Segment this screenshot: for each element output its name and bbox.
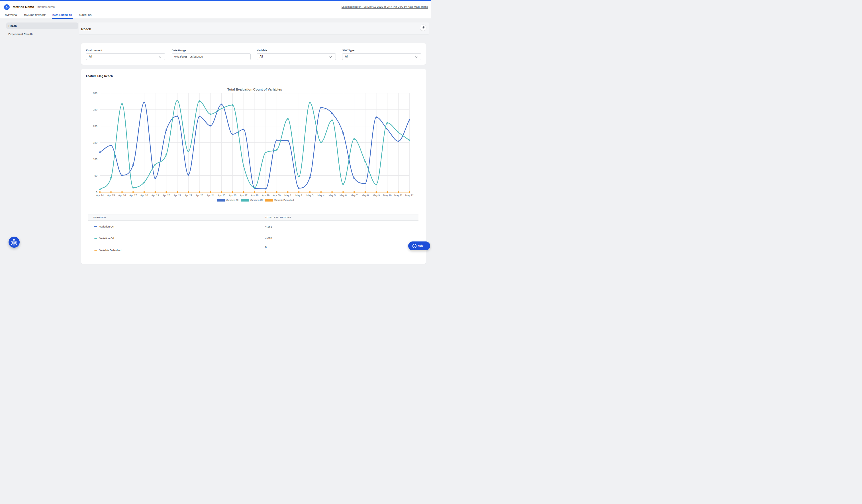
svg-text:Apr 24: Apr 24 [207, 194, 214, 197]
svg-text:May 7: May 7 [350, 194, 357, 197]
svg-text:Apr 26: Apr 26 [229, 194, 236, 197]
svg-text:Apr 23: Apr 23 [195, 194, 203, 197]
svg-text:300: 300 [93, 92, 97, 94]
svg-text:Apr 14: Apr 14 [96, 194, 104, 197]
svg-text:May 12: May 12 [405, 194, 414, 197]
svg-text:Apr 15: Apr 15 [107, 194, 115, 197]
svg-text:Apr 16: Apr 16 [118, 194, 126, 197]
svg-text:50: 50 [94, 174, 97, 177]
svg-text:Apr 18: Apr 18 [140, 194, 148, 197]
svg-text:Apr 21: Apr 21 [173, 194, 181, 197]
svg-text:Apr 22: Apr 22 [184, 194, 192, 197]
svg-text:100: 100 [93, 158, 97, 160]
svg-text:Apr 20: Apr 20 [162, 194, 170, 197]
svg-text:May 5: May 5 [328, 194, 336, 197]
svg-text:Variable Defaulted: Variable Defaulted [274, 198, 294, 201]
svg-text:Apr 25: Apr 25 [218, 194, 225, 197]
svg-text:150: 150 [93, 141, 97, 144]
svg-text:0: 0 [96, 190, 97, 193]
svg-text:May 11: May 11 [394, 194, 403, 197]
svg-text:May 9: May 9 [373, 194, 380, 197]
svg-text:Apr 30: Apr 30 [273, 194, 280, 197]
svg-text:May 6: May 6 [340, 194, 347, 197]
svg-text:Total Evaluation Count of Vari: Total Evaluation Count of Variables [227, 88, 282, 91]
svg-text:Apr 19: Apr 19 [151, 194, 159, 197]
svg-text:Apr 29: Apr 29 [262, 194, 270, 197]
svg-text:May 3: May 3 [306, 194, 313, 197]
svg-text:May 8: May 8 [362, 194, 369, 197]
svg-text:Variation On: Variation On [226, 198, 239, 201]
svg-text:250: 250 [93, 108, 97, 111]
svg-text:200: 200 [93, 125, 97, 128]
svg-text:Variation Off: Variation Off [250, 198, 263, 201]
svg-text:Apr 17: Apr 17 [129, 194, 137, 197]
svg-text:May 4: May 4 [317, 194, 325, 197]
svg-text:May 2: May 2 [295, 194, 302, 197]
svg-text:May 1: May 1 [284, 194, 291, 197]
svg-text:Apr 27: Apr 27 [239, 194, 247, 197]
svg-text:Apr 28: Apr 28 [251, 194, 258, 197]
svg-text:May 10: May 10 [383, 194, 391, 197]
